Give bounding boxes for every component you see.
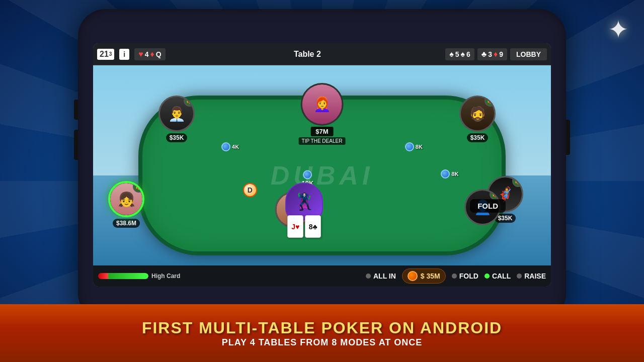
card-val-6: 6 bbox=[466, 50, 470, 58]
strength-bar bbox=[98, 273, 148, 279]
card-val-5: 5 bbox=[455, 50, 459, 58]
phone-button-volume bbox=[74, 100, 78, 120]
hand-display-1[interactable]: ♥ 4 ♦ Q bbox=[134, 48, 165, 60]
raise-label: RAISE bbox=[524, 272, 546, 280]
phone-screen: 21 3 i ♥ 4 ♦ Q Table 2 ♠ 5 ♠ 6 ♣ bbox=[93, 43, 551, 287]
gift-icon-left: 🎁 bbox=[133, 181, 144, 193]
phone-device: 21 3 i ♥ 4 ♦ Q Table 2 ♠ 5 ♠ 6 ♣ bbox=[78, 9, 566, 321]
gift-icon-top-left: 🎁 bbox=[184, 96, 195, 107]
call-label: CALL bbox=[492, 272, 511, 280]
raise-action[interactable]: RAISE bbox=[517, 272, 546, 280]
balance-top-right: $35K bbox=[467, 133, 489, 142]
card-val-3: 3 bbox=[488, 50, 492, 58]
banner-main-text: FIRST MULTI-TABLE POKER ON ANDROID bbox=[142, 318, 502, 337]
phone-button-power bbox=[566, 120, 570, 155]
avatar-face-dealer: 👩‍🦰 bbox=[302, 84, 342, 124]
raise-dot bbox=[517, 274, 522, 279]
game-area: DUBAI 10K 4K bbox=[93, 65, 551, 265]
strength-bar-green bbox=[108, 273, 148, 279]
player-seat-top-left[interactable]: 👨‍💼 🎁 $35K bbox=[158, 96, 195, 142]
fold-label: FOLD bbox=[459, 272, 478, 280]
top-left-chips: 4K bbox=[221, 142, 239, 151]
card-val-9: 9 bbox=[499, 50, 503, 58]
card-8-clubs: 8♣ bbox=[305, 215, 321, 238]
table-name: Table 2 bbox=[170, 50, 446, 59]
phone-button-volume2 bbox=[74, 130, 78, 160]
action-bar: High Card ALL IN $ 35M FOLD CALL bbox=[93, 265, 551, 287]
strength-bar-red bbox=[98, 273, 108, 279]
player-cards: J♥ 8♣ bbox=[287, 215, 321, 238]
chip-mr bbox=[441, 169, 450, 178]
gift-icon-top-right: 🎁 bbox=[485, 96, 496, 107]
character-with-cards: 🦹 J♥ 8♣ bbox=[285, 183, 323, 238]
banner-sub-text: PLAY 4 TABLES FROM 8 MODES AT ONCE bbox=[222, 337, 423, 348]
avatar-left-active: 👧 🎁 bbox=[108, 181, 144, 217]
tab-badge-num: 21 bbox=[100, 50, 109, 59]
fold-popup[interactable]: FOLD bbox=[470, 199, 506, 213]
sparkle-icon: ✦ bbox=[608, 15, 629, 44]
hand-display-2[interactable]: ♠ 5 ♠ 6 bbox=[445, 48, 474, 60]
character-avatar: 🦹 bbox=[285, 183, 323, 220]
gift-icon-bot-right: 🎁 bbox=[490, 189, 501, 200]
hand-name: High Card bbox=[151, 273, 180, 280]
all-in-label: ALL IN bbox=[373, 272, 396, 280]
suit-diamond-icon-2: ♦ bbox=[494, 50, 498, 59]
fold-action[interactable]: FOLD bbox=[452, 272, 478, 280]
mid-right-chips: 8K bbox=[441, 169, 458, 178]
action-row: ALL IN $ 35M FOLD CALL RAISE bbox=[366, 268, 546, 284]
top-nav-bar: 21 3 i ♥ 4 ♦ Q Table 2 ♠ 5 ♠ 6 ♣ bbox=[93, 43, 551, 65]
pot-chip-icon bbox=[408, 271, 418, 281]
player-seat-left-active[interactable]: 👧 🎁 $38.6M bbox=[108, 181, 144, 228]
hand-strength-display: High Card bbox=[98, 273, 180, 280]
call-dot bbox=[485, 274, 490, 279]
avatar-top-right: 🧔 🎁 bbox=[459, 96, 496, 132]
fold-dot bbox=[452, 274, 457, 279]
dealer-button: D bbox=[243, 183, 257, 197]
top-bar-left: 21 3 i ♥ 4 ♦ Q bbox=[93, 48, 170, 60]
player-seat-dealer[interactable]: 👩‍🦰 $7M TIP THE DEALER bbox=[299, 83, 346, 145]
avatar-top-left: 👨‍💼 🎁 bbox=[158, 96, 195, 132]
fold-popup-text: FOLD bbox=[477, 202, 498, 210]
chip-tr bbox=[405, 142, 414, 151]
pot-amount: $ 35M bbox=[421, 272, 440, 280]
bottom-banner: FIRST MULTI-TABLE POKER ON ANDROID PLAY … bbox=[0, 304, 644, 362]
suit-heart-icon: ♥ bbox=[138, 50, 143, 59]
balance-top-left: $35K bbox=[166, 133, 188, 142]
dealer-balance: $7M bbox=[310, 127, 333, 136]
chip-tr-amount: 8K bbox=[416, 144, 423, 150]
chip-tl bbox=[221, 142, 230, 151]
player-seat-top-right[interactable]: 🧔 🎁 $35K bbox=[459, 96, 496, 142]
pot-display: $ 35M bbox=[402, 268, 446, 284]
suit-club-icon: ♣ bbox=[481, 50, 487, 59]
all-in-action[interactable]: ALL IN bbox=[366, 272, 396, 280]
chip-tl-amount: 4K bbox=[232, 144, 239, 150]
gift-icon-mid-right: 🎁 bbox=[512, 176, 523, 187]
info-button[interactable]: i bbox=[119, 49, 129, 60]
card-val-4: 4 bbox=[145, 50, 149, 58]
chip-mr-amount: 8K bbox=[451, 171, 458, 177]
suit-diamond-icon: ♦ bbox=[150, 50, 154, 59]
card-jack-hearts: J♥ bbox=[287, 215, 303, 238]
hand-display-3[interactable]: ♣ 3 ♦ 9 bbox=[477, 48, 507, 60]
lobby-button[interactable]: LOBBY bbox=[510, 48, 547, 60]
balance-left: $38.6M bbox=[113, 219, 140, 228]
top-right-chips: 8K bbox=[405, 142, 423, 151]
suit-spade-icon-2: ♠ bbox=[460, 50, 465, 59]
all-in-dot bbox=[366, 274, 371, 279]
center-chip bbox=[303, 170, 312, 179]
card-val-q: Q bbox=[156, 50, 162, 58]
tip-dealer-label: TIP THE DEALER bbox=[299, 137, 346, 145]
call-action[interactable]: CALL bbox=[485, 272, 511, 280]
suit-spade-icon: ♠ bbox=[449, 50, 454, 59]
tab-badge-sub: 3 bbox=[109, 51, 112, 57]
avatar-dealer: 👩‍🦰 bbox=[301, 83, 344, 126]
tab-badge[interactable]: 21 3 bbox=[97, 49, 114, 60]
